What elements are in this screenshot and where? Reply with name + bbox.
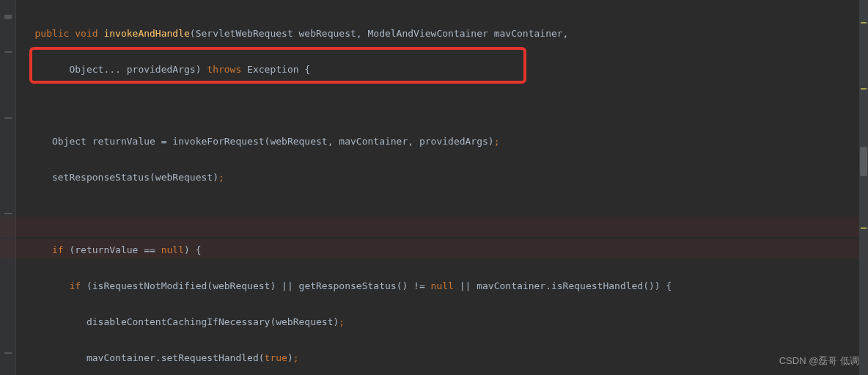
code-line[interactable]: public void invokeAndHandle(ServletWebRe… (18, 25, 867, 43)
watermark: CSDN @磊哥 低调 (779, 352, 859, 371)
code-line[interactable]: if (returnValue == null) { (18, 241, 867, 260)
code-line[interactable]: disableContentCachingIfNecessary(webRequ… (18, 313, 867, 332)
code-line[interactable] (18, 97, 867, 115)
editor-gutter (0, 0, 16, 375)
code-editor[interactable]: public void invokeAndHandle(ServletWebRe… (18, 7, 867, 375)
code-line[interactable]: if (isRequestNotModified(webRequest) || … (18, 277, 867, 296)
code-line[interactable]: Object... providedArgs) throws Exception… (18, 61, 867, 79)
scrollbar-mark (861, 227, 867, 229)
code-line[interactable]: Object returnValue = invokeForRequest(we… (18, 133, 867, 151)
scrollbar-vertical[interactable] (859, 0, 868, 375)
scrollbar-mark (861, 22, 867, 23)
scroll-thumb[interactable] (860, 147, 867, 176)
scrollbar-mark (861, 88, 867, 90)
code-line[interactable]: setResponseStatus(webRequest); (18, 169, 867, 187)
code-line[interactable]: mavContainer.setRequestHandled(true); (18, 349, 867, 368)
code-line[interactable] (18, 205, 867, 224)
